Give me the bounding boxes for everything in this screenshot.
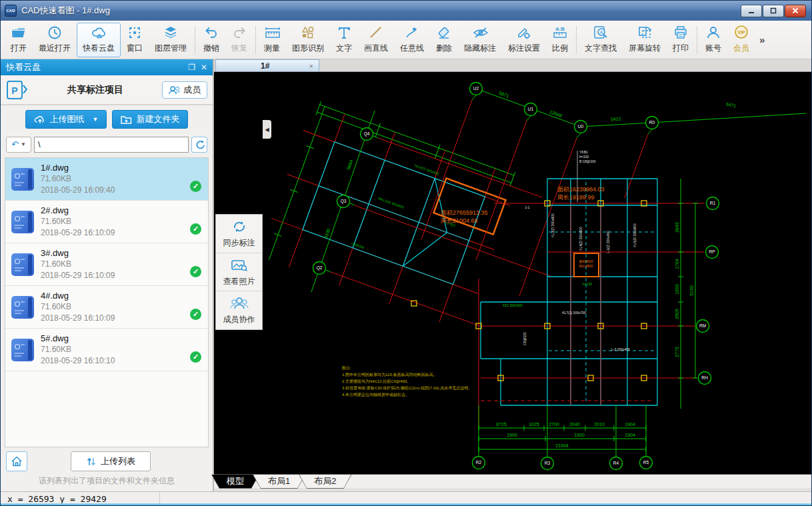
- toolbar-screen-rotate[interactable]: 屏幕旋转: [623, 23, 667, 57]
- svg-text:KL3(2) 300x600: KL3(2) 300x600: [551, 213, 555, 237]
- toolbar-cloud[interactable]: 快看云盘: [77, 23, 121, 57]
- svg-text:1-1: 1-1: [525, 205, 529, 209]
- toolbar-separator: [697, 26, 697, 54]
- toolbar-hide-annotation[interactable]: 隐藏标注: [458, 23, 502, 57]
- svg-text:2700: 2700: [549, 422, 559, 427]
- sync-icon: [231, 219, 248, 235]
- toolbar-window[interactable]: 窗口: [121, 23, 149, 57]
- sheet-tab-layout2[interactable]: 布局2: [299, 475, 351, 488]
- project-icon: P: [6, 79, 29, 101]
- toolbar-measure[interactable]: 测量: [258, 23, 286, 57]
- new-folder-button[interactable]: 新建文件夹: [112, 110, 188, 129]
- svg-text:h=120: h=120: [583, 282, 592, 286]
- toolbar-free-line[interactable]: 任意线: [394, 23, 430, 57]
- svg-text:P: P: [11, 85, 17, 96]
- toolbar-shape-recognition[interactable]: 图形识别: [286, 23, 330, 57]
- cloud-panel-bottom: 上传列表: [1, 447, 213, 475]
- toolbar-delete[interactable]: 删除: [430, 23, 458, 57]
- toolbar-text[interactable]: 文字: [330, 23, 358, 57]
- panel-collapse-arrow[interactable]: ◀: [263, 120, 271, 139]
- toolbar-text-search[interactable]: A 文字查找: [579, 23, 623, 57]
- toolbar-print[interactable]: 打印: [667, 23, 695, 57]
- upload-drawing-button[interactable]: 上传图纸 ▼: [25, 110, 107, 129]
- toolbar-scale[interactable]: A:B 比例: [546, 23, 574, 57]
- photo-search-icon: [231, 257, 248, 273]
- svg-text:附注:: 附注:: [342, 365, 351, 371]
- svg-text:1.图中未注明的板厚均为120,板面标高同结构层标高。: 1.图中未注明的板厚均为120,板面标高同结构层标高。: [342, 372, 437, 377]
- file-date: 2018-05-29 16:10:09: [41, 270, 190, 281]
- path-input[interactable]: [34, 137, 189, 153]
- cad-canvas[interactable]: U2U1U0R0Q4Q3Q2R1RPRMRHR2R3R4R5 面积2765591…: [214, 72, 812, 474]
- toolbar-layers[interactable]: 图层管理: [149, 23, 193, 57]
- text-icon: [336, 25, 352, 41]
- svg-text:6725: 6725: [496, 422, 507, 427]
- member-collaboration-button[interactable]: 成员协作: [216, 291, 262, 329]
- view-photos-button[interactable]: 查看照片: [216, 253, 262, 292]
- maximize-button[interactable]: [763, 5, 784, 17]
- sheet-tabbar: 模型 布局1 布局2: [214, 474, 812, 488]
- line-icon: [368, 25, 384, 41]
- file-row-2[interactable]: 2#.dwg 71.60KB 2018-05-29 16:10:09 ✓: [5, 201, 208, 243]
- app-icon: CAD: [5, 5, 17, 17]
- svg-text:周长8800: 周长8800: [579, 264, 593, 268]
- file-row-1[interactable]: 1#.dwg 71.60KB 2018-05-29 16:09:40 ✓: [5, 158, 208, 201]
- dwg-file-icon: [11, 339, 34, 361]
- svg-text:R3: R3: [545, 461, 551, 465]
- shapes-icon: [300, 25, 316, 41]
- minimize-icon: [747, 7, 755, 15]
- panel-close-icon[interactable]: ✕: [201, 63, 207, 72]
- undock-icon[interactable]: ❐: [188, 63, 195, 72]
- back-caret-icon[interactable]: ▼: [21, 141, 26, 147]
- home-button[interactable]: [6, 451, 27, 471]
- svg-text:1764: 1764: [675, 259, 679, 269]
- clock-icon: [47, 25, 63, 41]
- sync-annotations-button[interactable]: 同步标注: [216, 215, 262, 253]
- toolbar-annotation-settings[interactable]: 标注设置: [502, 23, 546, 57]
- sheet-tab-layout1[interactable]: 布局1: [253, 475, 305, 488]
- refresh-button[interactable]: [191, 137, 207, 153]
- up-down-arrows-icon: [86, 457, 97, 467]
- toolbar-undo[interactable]: 撤销: [197, 23, 225, 57]
- svg-text:2775: 2775: [675, 347, 679, 357]
- file-row-5[interactable]: 5#.dwg 71.60KB 2018-05-29 16:10:10 ✓: [5, 329, 208, 371]
- toolbar-draw-line[interactable]: 画直线: [358, 23, 394, 57]
- toolbar-overflow-button[interactable]: »: [757, 34, 767, 45]
- cad-drawing: U2U1U0R0Q4Q3Q2R1RPRMRHR2R3R4R5 面积2765591…: [214, 72, 812, 474]
- toolbar-vip[interactable]: VIP 会员: [727, 23, 755, 57]
- synced-check-icon: ✓: [190, 223, 201, 235]
- toolbar-account[interactable]: 账号: [699, 23, 727, 57]
- svg-text:L-1(2) 200x400: L-1(2) 200x400: [606, 231, 610, 253]
- cloud-panel-header: 快看云盘 ❐ ✕: [1, 59, 213, 75]
- document-tabbar: 1# ×: [214, 59, 812, 72]
- document-tab-1[interactable]: 1# ×: [215, 59, 319, 71]
- upload-list-button[interactable]: 上传列表: [71, 451, 151, 471]
- file-date: 2018-05-29 16:10:10: [41, 355, 190, 367]
- window-select-icon: [127, 25, 143, 41]
- toolbar-open[interactable]: 打开: [5, 23, 33, 57]
- sheet-tab-model[interactable]: 模型: [212, 475, 259, 488]
- upload-caret-icon[interactable]: ▼: [93, 116, 99, 123]
- minimize-button[interactable]: [741, 5, 762, 17]
- svg-text:1904: 1904: [625, 422, 635, 427]
- document-tab-close-icon[interactable]: ×: [309, 62, 313, 70]
- close-button[interactable]: [785, 5, 806, 17]
- back-button[interactable]: ↶ ▼: [6, 137, 31, 153]
- people-group-icon: [230, 295, 249, 311]
- file-date: 2018-05-29 16:10:09: [41, 227, 190, 239]
- file-row-4[interactable]: 4#.dwg 71.60KB 2018-05-29 16:10:09 ✓: [5, 286, 208, 329]
- toolbar-redo[interactable]: 恢复: [225, 23, 253, 57]
- file-name: 5#.dwg: [41, 333, 190, 344]
- toolbar-recent[interactable]: 最近打开: [33, 23, 77, 57]
- svg-text:R1: R1: [710, 201, 716, 205]
- file-date: 2018-05-29 16:09:40: [41, 185, 190, 196]
- svg-text:KL7(2) 300x700: KL7(2) 300x700: [562, 311, 586, 315]
- svg-text:Q4: Q4: [364, 131, 370, 137]
- main-area: 1# ×: [214, 59, 812, 491]
- svg-text:1900: 1900: [675, 284, 679, 295]
- members-button[interactable]: 成员: [162, 81, 207, 99]
- file-size: 71.60KB: [41, 259, 190, 270]
- svg-text:2.主梁腰筋均为N4C12,拉筋C6@400。: 2.主梁腰筋均为N4C12,拉筋C6@400。: [342, 379, 411, 384]
- file-row-3[interactable]: 3#.dwg 71.60KB 2018-05-29 16:10:09 ✓: [5, 243, 208, 286]
- file-size: 71.60KB: [41, 173, 190, 185]
- cloud-panel-footer-note: 该列表列出了项目的文件和文件夹信息: [1, 475, 213, 491]
